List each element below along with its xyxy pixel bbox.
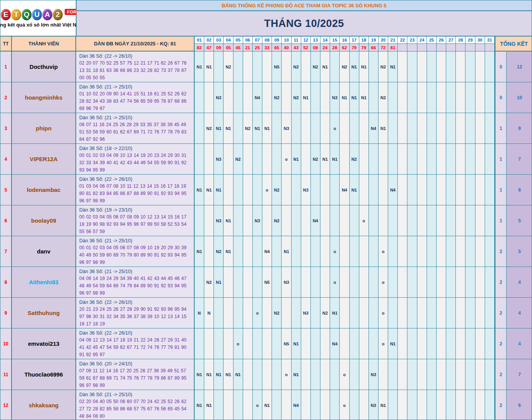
day-mark-cell	[311, 175, 320, 205]
dan-number-list: 01 03 04 06 07 08 10 11 12 13 14 15 16 1…	[79, 183, 191, 205]
day-number: 05	[233, 37, 243, 44]
day-mark-cell	[233, 205, 243, 236]
day-mark-cell	[485, 52, 495, 82]
member-name: Aithenhi83	[12, 267, 76, 297]
day-mark-cell: N5	[272, 52, 282, 82]
day-mark-cell: N1	[195, 52, 204, 82]
day-mark-cell	[465, 298, 475, 328]
day-mark-cell	[359, 359, 369, 390]
day-mark-cell	[407, 298, 417, 328]
day-mark-cell	[398, 175, 407, 205]
day-number: 06	[243, 37, 252, 44]
dan-number-list: 01 10 02 20 09 90 14 41 15 51 16 61 25 5…	[79, 90, 191, 112]
day-mark-cell: N4	[388, 175, 398, 205]
day-number: 19	[369, 37, 378, 44]
day-mark-cell: N3	[369, 359, 379, 390]
day-mark-cell	[233, 52, 243, 82]
day-mark-cell	[388, 236, 398, 267]
day-column-header: 24	[417, 37, 427, 51]
day-number: 20	[379, 37, 388, 44]
day-column-header: 1308	[311, 37, 320, 51]
day-mark-cell	[359, 267, 369, 297]
day-mark-cell	[320, 113, 330, 143]
day-mark-cell	[427, 113, 437, 143]
day-column-header: 1424	[320, 37, 330, 51]
day-mark-cell	[350, 298, 359, 328]
day-column-header: 0309	[214, 37, 223, 51]
day-mark-cell: N2	[350, 144, 359, 174]
day-mark-cell	[350, 236, 359, 267]
dan-numbers-cell: Dàn 36 Số: (19 -> 23/10)00 02 03 04 05 0…	[76, 205, 195, 236]
day-mark-cell	[407, 267, 417, 297]
day-mark-cell: N4	[253, 82, 262, 113]
day-mark-cell: o	[262, 175, 272, 205]
day-mark-cell	[223, 175, 233, 205]
day-mark-cell	[485, 82, 495, 113]
day-mark-cell	[340, 328, 349, 359]
member-row: 7danvDàn 36 Số: (21 -> 25/10)00 01 02 03…	[0, 236, 532, 267]
day-mark-cell	[253, 52, 262, 82]
day-number: 12	[301, 37, 310, 44]
day-mark-cell: N1	[233, 359, 243, 390]
summary-hit-count: 6	[507, 390, 532, 420]
day-mark-cell	[320, 359, 330, 390]
day-mark-cell	[465, 52, 475, 82]
row-index: 7	[0, 236, 12, 267]
dan-range-label: Dàn 36 Số: (22 -> 26/10)	[79, 176, 191, 183]
day-mark-cell	[233, 298, 243, 328]
day-result: 24	[320, 44, 330, 51]
day-result	[456, 44, 465, 51]
day-mark-cell	[204, 82, 214, 113]
day-mark-cell: N1	[301, 82, 311, 113]
day-mark-cell: N2	[379, 52, 388, 82]
member-row: 5lodenambacDàn 36 Số: (22 -> 26/10)01 03…	[0, 174, 532, 205]
day-number: 21	[388, 37, 397, 44]
day-mark-cell	[407, 328, 417, 359]
day-mark-cell: N1	[388, 52, 398, 82]
day-mark-cell: N2	[204, 267, 214, 297]
day-column-header: 0545	[233, 37, 243, 51]
day-mark-cell	[437, 52, 446, 82]
day-mark-cell	[195, 205, 204, 236]
day-mark-cell	[340, 267, 349, 297]
day-mark-cell	[223, 328, 233, 359]
day-mark-cell	[301, 359, 311, 390]
ketqua2-logo-icon: KETQUA2	[0, 9, 63, 20]
summary-hit-count: 4	[507, 328, 532, 359]
day-result: 05	[223, 44, 233, 51]
day-number: 18	[359, 37, 369, 44]
day-mark-cell	[417, 82, 427, 113]
header-days: 0183024703090405054506210725083309651040…	[195, 37, 495, 51]
day-mark-cell	[456, 267, 465, 297]
day-mark-cell	[320, 82, 330, 113]
dan-number-list: 00 01 02 03 04 09 10 13 14 19 20 23 24 2…	[79, 152, 191, 174]
day-column-header: 22	[398, 37, 407, 51]
day-mark-cell: o	[253, 298, 262, 328]
day-mark-cell	[369, 52, 379, 82]
day-column-header: 0247	[204, 37, 214, 51]
day-mark-cell	[350, 390, 359, 420]
day-mark-cell: N4	[292, 390, 301, 420]
day-mark-cell: N1	[195, 236, 204, 267]
day-mark-cell: N4	[262, 236, 272, 267]
day-mark-cell	[417, 205, 427, 236]
day-mark-cell	[301, 144, 311, 174]
day-mark-cell: o	[330, 236, 340, 267]
day-mark-cell	[311, 328, 320, 359]
logo-tagline: Trang kết quả xổ số lớn nhất Việt Nam	[0, 22, 83, 28]
dan-range-label: Dàn 36 Số: (18 -> 22/10)	[79, 145, 191, 152]
day-mark-cell	[195, 113, 204, 143]
day-mark-cell	[398, 236, 407, 267]
header-dan: DÀN ĐB NGÀY 21/10/2025 - KQ: 81	[76, 37, 195, 51]
day-marks: N2N1N1N2N1N1N3oN4N1	[195, 113, 495, 143]
day-result: 09	[214, 44, 223, 51]
logo-letter: Q	[22, 9, 32, 20]
day-mark-cell	[475, 298, 485, 328]
day-mark-cell	[388, 267, 398, 297]
day-mark-cell: N1	[350, 52, 359, 82]
day-mark-cell	[417, 359, 427, 390]
member-row: 3phipnDàn 36 Số: (21 -> 25/10)06 07 11 1…	[0, 113, 532, 143]
day-mark-cell	[195, 144, 204, 174]
dan-range-label: Dàn 36 Số: (19 -> 23/10)	[79, 207, 191, 213]
day-mark-cell	[223, 298, 233, 328]
